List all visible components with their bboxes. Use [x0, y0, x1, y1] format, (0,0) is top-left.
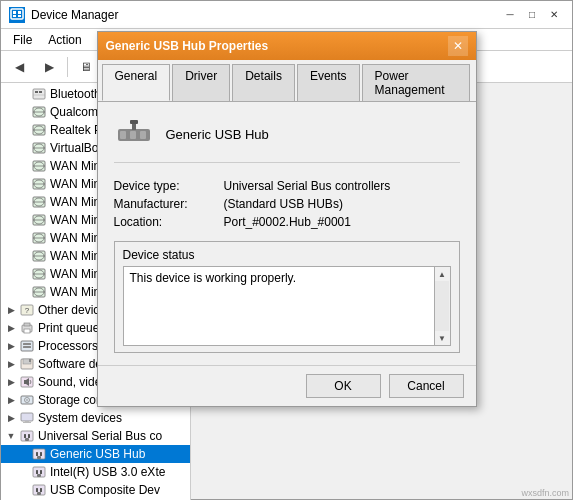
- svg-rect-82: [37, 492, 41, 495]
- tree-item-usb-composite[interactable]: USB Composite Dev: [1, 481, 190, 499]
- svg-rect-54: [23, 343, 31, 345]
- app-icon: [9, 7, 25, 23]
- tree-expand-icon[interactable]: ▶: [5, 304, 17, 316]
- prop-device-type: Device type: Universal Serial Bus contro…: [114, 179, 460, 193]
- svg-text:?: ?: [25, 306, 30, 315]
- device-status-text: This device is working properly.: [130, 271, 297, 285]
- svg-rect-88: [130, 120, 138, 124]
- svg-rect-73: [40, 452, 42, 456]
- tree-item-label: Intel(R) USB 3.0 eXte: [50, 465, 165, 479]
- back-button[interactable]: ◀: [5, 54, 33, 80]
- dialog-tabs: General Driver Details Events Power Mana…: [98, 60, 476, 102]
- svg-rect-2: [18, 11, 21, 14]
- prop-device-type-value: Universal Serial Bus controllers: [224, 179, 391, 193]
- tab-general[interactable]: General: [102, 64, 171, 101]
- title-bar: Device Manager ─ □ ✕: [1, 1, 572, 29]
- toolbar-separator-1: [67, 57, 68, 77]
- svg-rect-1: [13, 11, 16, 14]
- status-scrollbar[interactable]: ▲ ▼: [434, 267, 450, 345]
- dialog-title-bar: Generic USB Hub Properties ✕: [98, 32, 476, 60]
- svg-rect-64: [21, 413, 33, 421]
- close-button[interactable]: ✕: [544, 5, 564, 25]
- tree-item-label: USB Composite Dev: [50, 483, 160, 497]
- svg-rect-81: [40, 488, 42, 492]
- svg-rect-0: [11, 9, 23, 19]
- tree-item-generic-usb-hub[interactable]: Generic USB Hub: [1, 445, 190, 463]
- menu-action[interactable]: Action: [40, 31, 89, 49]
- scroll-down-arrow[interactable]: ▼: [435, 331, 449, 345]
- tree-item-icon: [19, 392, 35, 408]
- dialog-close-button[interactable]: ✕: [448, 36, 468, 56]
- tree-item-label: Print queues: [38, 321, 105, 335]
- tree-item-label: Generic USB Hub: [50, 447, 145, 461]
- tree-expand-icon[interactable]: ▶: [5, 376, 17, 388]
- device-icon-large: [114, 114, 154, 154]
- tree-item-label: Processors: [38, 339, 98, 353]
- tree-item-icon: [31, 230, 47, 246]
- tree-item-icon: [19, 338, 35, 354]
- tree-item-system[interactable]: ▶System devices: [1, 409, 190, 427]
- tree-item-icon: ?: [19, 302, 35, 318]
- svg-rect-77: [40, 470, 42, 474]
- svg-rect-13: [39, 91, 42, 93]
- prop-manufacturer: Manufacturer: (Standard USB HUBs): [114, 197, 460, 211]
- tree-expand-icon[interactable]: ▶: [5, 394, 17, 406]
- tree-item-icon: [31, 158, 47, 174]
- svg-point-63: [26, 399, 28, 401]
- prop-manufacturer-value: (Standard USB HUBs): [224, 197, 343, 211]
- tree-expand-icon[interactable]: ▼: [5, 430, 17, 442]
- svg-rect-3: [13, 15, 16, 17]
- scrollbar-track[interactable]: [435, 281, 449, 331]
- scroll-up-arrow[interactable]: ▲: [435, 267, 449, 281]
- svg-rect-51: [24, 323, 30, 326]
- svg-rect-80: [36, 488, 38, 492]
- prop-device-type-label: Device type:: [114, 179, 224, 193]
- svg-rect-86: [140, 131, 146, 139]
- svg-rect-68: [24, 434, 26, 438]
- tree-item-icon: [31, 122, 47, 138]
- svg-rect-74: [37, 456, 41, 459]
- device-status-box: This device is working properly. ▲ ▼: [123, 266, 451, 346]
- tree-item-icon: [19, 320, 35, 336]
- device-name: Generic USB Hub: [166, 127, 269, 142]
- device-status-label: Device status: [123, 248, 451, 262]
- cancel-button[interactable]: Cancel: [389, 374, 464, 398]
- tree-item-icon: [31, 464, 47, 480]
- tree-item-usb-controllers[interactable]: ▼Universal Serial Bus co: [1, 427, 190, 445]
- tree-item-icon: [31, 86, 47, 102]
- tree-item-icon: [19, 356, 35, 372]
- tree-item-intel-usb3[interactable]: Intel(R) USB 3.0 eXte: [1, 463, 190, 481]
- device-status-group: Device status This device is working pro…: [114, 241, 460, 353]
- svg-rect-66: [23, 422, 31, 423]
- tree-expand-icon[interactable]: ▶: [5, 412, 17, 424]
- ok-button[interactable]: OK: [306, 374, 381, 398]
- tab-driver[interactable]: Driver: [172, 64, 230, 101]
- tree-item-icon: [31, 194, 47, 210]
- tree-item-icon: [19, 410, 35, 426]
- tree-expand-icon[interactable]: ▶: [5, 322, 17, 334]
- svg-rect-72: [36, 452, 38, 456]
- properties-grid: Device type: Universal Serial Bus contro…: [114, 179, 460, 229]
- prop-manufacturer-label: Manufacturer:: [114, 197, 224, 211]
- tree-item-icon: [31, 482, 47, 498]
- prop-location-value: Port_#0002.Hub_#0001: [224, 215, 351, 229]
- tree-item-icon: [31, 104, 47, 120]
- tree-expand-icon[interactable]: ▶: [5, 358, 17, 370]
- svg-rect-85: [130, 131, 136, 139]
- device-header: Generic USB Hub: [114, 114, 460, 163]
- svg-rect-55: [23, 346, 31, 348]
- tab-events[interactable]: Events: [297, 64, 360, 101]
- tree-expand-icon[interactable]: ▶: [5, 340, 17, 352]
- tree-item-icon: [31, 212, 47, 228]
- dialog-footer: OK Cancel: [98, 365, 476, 406]
- tab-details[interactable]: Details: [232, 64, 295, 101]
- maximize-button[interactable]: □: [522, 5, 542, 25]
- tab-power-management[interactable]: Power Management: [362, 64, 470, 101]
- svg-rect-76: [36, 470, 38, 474]
- menu-file[interactable]: File: [5, 31, 40, 49]
- window-controls: ─ □ ✕: [500, 5, 564, 25]
- forward-button[interactable]: ▶: [35, 54, 63, 80]
- minimize-button[interactable]: ─: [500, 5, 520, 25]
- tree-item-icon: [31, 284, 47, 300]
- svg-rect-84: [120, 131, 126, 139]
